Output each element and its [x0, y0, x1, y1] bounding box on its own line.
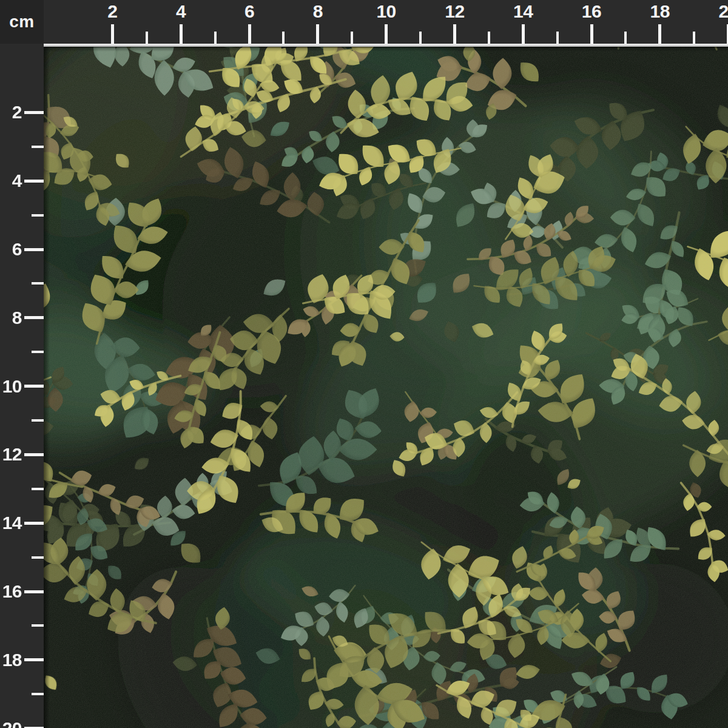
- ruler-tick-label: 18: [0, 649, 22, 671]
- ruler-tick-minor: [32, 556, 44, 559]
- ruler-tick-minor: [488, 32, 490, 44]
- top-ruler: 2468101214161820: [44, 0, 728, 44]
- ruler-tick-major: [24, 180, 44, 183]
- ruler-tick-minor: [32, 488, 44, 490]
- ruler-tick-minor: [32, 282, 44, 285]
- fabric-pattern-svg: [44, 44, 728, 728]
- ruler-tick-major: [453, 24, 456, 44]
- ruler-tick-label: 14: [0, 512, 22, 534]
- ruler-tick-label: 4: [0, 170, 22, 192]
- ruler-tick-major: [24, 316, 44, 319]
- ruler-tick-minor: [32, 351, 44, 353]
- ruler-tick-major: [24, 590, 44, 593]
- ruler-tick-minor: [282, 32, 285, 44]
- ruler-tick-major: [248, 24, 251, 44]
- ruler-tick-major: [316, 24, 319, 44]
- ruler-tick-minor: [214, 32, 217, 44]
- ruler-tick-major: [658, 24, 661, 44]
- ruler-tick-minor: [146, 32, 148, 44]
- ruler-tick-minor: [32, 214, 44, 217]
- ruler-tick-label: 16: [0, 581, 22, 602]
- ruler-tick-major: [590, 24, 593, 44]
- ruler-tick-label: 8: [298, 1, 337, 22]
- ruler-tick-minor: [351, 32, 353, 44]
- left-ruler: 2468101214161820: [0, 44, 44, 728]
- ruler-tick-minor: [693, 32, 695, 44]
- ruler-tick-label: 20: [709, 1, 728, 22]
- ruler-tick-major: [24, 385, 44, 388]
- ruler-tick-label: 10: [367, 1, 406, 22]
- ruler-tick-minor: [32, 146, 44, 148]
- unit-label-box: cm: [0, 0, 44, 44]
- ruler-tick-label: 6: [230, 1, 269, 22]
- ruler-tick-label: 2: [93, 1, 132, 22]
- ruler-tick-minor: [32, 419, 44, 422]
- ruler-tick-label: 2: [0, 101, 22, 123]
- ruler-tick-label: 6: [0, 238, 22, 260]
- ruler-tick-major: [24, 522, 44, 525]
- ruler-tick-major: [24, 453, 44, 456]
- ruler-tick-major: [111, 24, 114, 44]
- ruler-tick-label: 14: [504, 1, 542, 22]
- ruler-tick-label: 10: [0, 376, 22, 397]
- ruler-tick-label: 16: [572, 1, 611, 22]
- ruler-tick-major: [24, 658, 44, 661]
- ruler-tick-major: [24, 248, 44, 251]
- ruler-tick-label: 4: [161, 1, 200, 22]
- ruler-tick-label: 12: [435, 1, 474, 22]
- ruler-tick-label: 20: [0, 718, 22, 728]
- fabric-swatch-image: [44, 44, 728, 728]
- unit-label: cm: [9, 12, 34, 32]
- ruler-tick-minor: [624, 32, 627, 44]
- fabric-listing-photo: 2468101214161820 2468101214161820 cm: [0, 0, 728, 728]
- ruler-tick-label: 12: [0, 443, 22, 465]
- ruler-tick-minor: [556, 32, 559, 44]
- ruler-tick-major: [522, 24, 525, 44]
- ruler-tick-minor: [419, 32, 422, 44]
- ruler-tick-label: 18: [641, 1, 679, 22]
- ruler-tick-minor: [32, 624, 44, 627]
- ruler-tick-major: [385, 24, 388, 44]
- ruler-tick-major: [24, 111, 44, 114]
- ruler-tick-major: [180, 24, 183, 44]
- ruler-tick-label: 8: [0, 307, 22, 329]
- ruler-tick-minor: [32, 693, 44, 695]
